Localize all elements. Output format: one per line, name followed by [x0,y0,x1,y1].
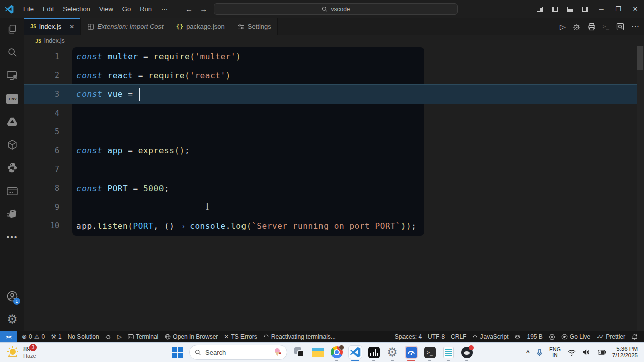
remote-explorer-icon[interactable] [0,64,24,87]
command-center-search[interactable]: vscode [214,3,458,15]
hidden-icons-chevron[interactable]: ^ [526,349,530,356]
task-view-button[interactable] [293,346,306,359]
card-panel-icon[interactable] [0,179,24,203]
recorder-app-button[interactable] [460,346,473,359]
breadcrumb[interactable]: JS index.js [24,35,644,46]
code-line[interactable]: 2const react = require('react') [24,66,644,84]
code-editor[interactable]: 1const multer = require('multer')2const … [24,46,644,331]
go-live[interactable]: Go Live [558,333,593,340]
code-line[interactable]: 7 [24,160,644,178]
ts-errors[interactable]: ✕ TS Errors [221,333,260,340]
battery-charging-icon[interactable] [597,349,606,355]
restore-button[interactable]: ❐ [610,0,627,18]
eol-status[interactable]: CRLF [448,333,469,340]
nav-forward-icon[interactable]: → [200,5,207,13]
toggle-panel-icon[interactable] [562,0,578,18]
tools-indicator[interactable]: ⚒ 1 [48,333,64,340]
solution-status[interactable]: No Solution [65,333,102,340]
equalizer-icon [368,347,380,358]
problems-indicator[interactable]: ⊗ 0 ⚠ 0 [19,333,48,340]
minimize-button[interactable]: ─ [593,0,610,18]
debug-icon[interactable] [573,23,581,31]
nav-back-icon[interactable]: ← [185,5,193,13]
close-button[interactable]: ✕ [627,0,644,18]
tab-close-icon[interactable]: ✕ [69,23,74,30]
taskbar-search[interactable]: Search [189,345,287,360]
hex-extension-icon[interactable] [546,334,558,340]
bell-icon [631,334,638,340]
open-preview-icon[interactable] [616,23,624,31]
language-indicator[interactable]: ENGIN [549,347,561,358]
settings-app-button[interactable]: ⚙ [386,346,399,359]
warning-icon: ⚠ [34,334,40,340]
tab-package-json[interactable]: {} package.json [170,18,231,35]
code-line[interactable]: 8const PORT = 5000; [24,179,644,198]
reactivating-terminals[interactable]: Reactivating terminals... [260,333,339,340]
drive-icon[interactable] [0,110,24,133]
file-explorer-button[interactable] [311,346,325,359]
print-icon[interactable] [588,23,596,31]
copilot-status-icon[interactable] [511,334,524,340]
monitor-app-button[interactable] [405,346,418,359]
code-line[interactable]: 6const app = express(); [24,141,644,160]
settings-gear-icon[interactable]: ⚙ [0,308,24,331]
toggle-sidebar-icon[interactable] [547,0,562,18]
customize-layout-icon[interactable] [532,0,547,18]
tray-date: 7/12/2025 [612,352,638,359]
prettier-status[interactable]: ✓✓ Prettier [593,333,628,340]
weather-widget[interactable]: 3 89°F Haze [0,346,101,359]
notes-app-button[interactable] [442,346,455,359]
tab-index-js[interactable]: JS index.js ✕ [24,18,81,35]
line-number: 9 [24,203,59,212]
notifications-bell[interactable] [628,334,641,340]
menu-file[interactable]: File [19,0,38,18]
menu-more[interactable]: ··· [156,0,172,18]
code-line[interactable]: 3const vue = [24,85,644,104]
clock[interactable]: 5:36 PM 7/12/2025 [612,346,638,359]
tab-settings[interactable]: Settings [231,18,278,35]
cube-extension-icon[interactable] [0,133,24,156]
chrome-button[interactable] [330,346,343,359]
open-in-browser[interactable]: Open In Browser [162,333,221,340]
code-line[interactable]: 1const multer = require('multer') [24,47,644,66]
editor-scrollbar[interactable] [637,46,644,331]
python-icon[interactable] [0,156,24,179]
run-terminal-icon[interactable]: >_ [603,23,609,30]
tab-extension-import-cost[interactable]: Extension: Import Cost [81,18,170,35]
line-number: 2 [24,71,59,80]
terminal-status[interactable]: Terminal [125,333,162,340]
menu-go[interactable]: Go [118,0,135,18]
wifi-icon[interactable] [568,349,576,356]
toggle-secondary-sidebar-icon[interactable] [578,0,593,18]
code-line[interactable]: 10app.listen(PORT, () ⇒ console.log(`Ser… [24,217,644,235]
terminal-app-button[interactable]: >_ [423,346,436,359]
menu-selection[interactable]: Selection [58,0,94,18]
menu-view[interactable]: View [95,0,118,18]
code-line[interactable]: 9 [24,198,644,216]
code-line[interactable]: 4 [24,104,644,122]
debug-status-icon[interactable] [102,334,114,340]
start-button[interactable] [171,346,184,359]
more-actions-icon[interactable]: ⋯ [631,22,640,31]
explorer-icon[interactable] [0,18,24,41]
vscode-button[interactable] [349,346,362,359]
microphone-icon[interactable] [536,349,543,356]
dotenv-icon[interactable]: .ENV [0,87,24,110]
audio-app-button[interactable] [367,346,380,359]
code-line[interactable]: 5 [24,123,644,141]
run-status-icon[interactable]: ▷ [114,334,125,340]
run-icon[interactable]: ▷ [560,23,566,31]
account-icon[interactable]: 1 [0,285,24,308]
remote-indicator[interactable]: >< [0,331,17,342]
file-size-status[interactable]: 195 B [524,333,545,340]
scrollbar-slider[interactable] [637,46,643,70]
package-icon[interactable] [0,203,24,226]
menu-edit[interactable]: Edit [38,0,58,18]
speaker-icon[interactable] [582,349,590,356]
encoding-status[interactable]: UTF-8 [425,333,448,340]
more-views-icon[interactable]: ••• [0,226,24,249]
search-sidebar-icon[interactable] [0,41,24,64]
menu-run[interactable]: Run [135,0,156,18]
indentation-status[interactable]: Spaces: 4 [392,333,425,340]
language-status[interactable]: JavaScript [469,333,511,340]
